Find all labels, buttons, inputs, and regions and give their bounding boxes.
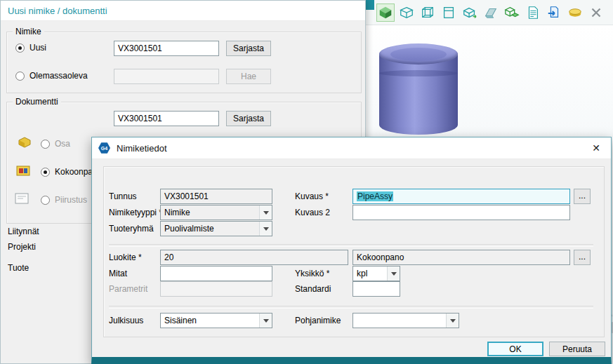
screen: Uusi nimike / dokumentti Nimike Uusi VX3… <box>0 0 613 364</box>
kuvaus-field[interactable]: PipeAssy <box>352 189 570 204</box>
radio-olemassaoleva[interactable]: Olemassaoleva <box>15 71 88 81</box>
radio-osa-label: Osa <box>55 139 70 149</box>
open-box-icon[interactable] <box>398 4 415 21</box>
kuvaus2-label: Kuvaus 2 <box>295 208 330 217</box>
chevron-down-icon[interactable] <box>446 314 459 328</box>
radio-piirustus-circle[interactable] <box>41 196 50 205</box>
yksikko-label: Yksikkö * <box>295 269 329 278</box>
yksikko-value: kpl <box>357 269 367 278</box>
tuote-label: Tuote <box>8 263 29 273</box>
tunnus-label: Tunnus <box>109 191 137 201</box>
cad-toolbar <box>366 0 613 25</box>
nimiketyyppi-value: Nimike <box>164 208 190 217</box>
tunnus-field[interactable]: VX3001501 <box>160 189 272 204</box>
dokumentti-group-label: Dokumentti <box>13 97 61 107</box>
nimiketyyppi-label: Nimiketyyppi * <box>109 208 162 217</box>
document-id-value: VX3001501 <box>118 114 162 123</box>
sarjasta-button-item[interactable]: Sarjasta <box>226 41 271 56</box>
radio-olemassaoleva-label: Olemassaoleva <box>29 71 88 81</box>
nimike-group: Nimike Uusi VX3001501 Sarjasta Olemassao… <box>6 32 362 93</box>
assembly-icon[interactable] <box>503 4 520 21</box>
luokite-code-value: 20 <box>164 252 173 262</box>
luokite-label: Luokite * <box>109 252 142 262</box>
kuvaus-value-selected: PipeAssy <box>357 191 393 201</box>
standardi-label: Standardi <box>295 284 331 294</box>
luokite-description-value: Kokoonpano <box>357 252 404 262</box>
existing-item-id-input <box>114 69 219 84</box>
parametrit-field <box>160 281 272 297</box>
radio-osa-circle[interactable] <box>41 140 50 149</box>
model-body <box>379 53 458 135</box>
pohjanimike-label: Pohjanimike <box>295 316 341 325</box>
folded-sheet-icon[interactable] <box>482 4 499 21</box>
wireframe-cube-icon[interactable] <box>419 4 436 21</box>
document-id-input[interactable]: VX3001501 <box>114 111 219 126</box>
delete-x-icon[interactable] <box>588 4 605 21</box>
sarjasta-button-document[interactable]: Sarjasta <box>226 111 271 126</box>
new-part-icon[interactable] <box>377 4 394 21</box>
chevron-down-icon[interactable] <box>259 205 272 220</box>
yellow-plate-icon[interactable] <box>567 4 584 21</box>
parametrit-label: Parametrit <box>109 284 147 294</box>
mitat-label: Mitat <box>109 269 127 278</box>
pohjanimike-combobox[interactable] <box>352 313 459 328</box>
tuoteryhma-combobox[interactable]: Puolivalmiste <box>160 221 272 236</box>
item-details-title: Nimiketiedot <box>117 143 167 154</box>
julkisuus-label: Julkisuus <box>109 316 143 325</box>
tuoteryhma-label: Tuoteryhmä <box>109 224 154 234</box>
liitynnat-label: Liitynnät <box>8 227 39 236</box>
model-groove <box>379 70 458 76</box>
radio-uusi[interactable]: Uusi <box>15 43 46 53</box>
close-icon[interactable]: ✕ <box>586 142 607 154</box>
hae-button: Hae <box>226 69 271 84</box>
part-icon <box>17 136 32 149</box>
new-item-dialog-titlebar[interactable]: Uusi nimike / dokumentti <box>1 1 365 21</box>
chevron-down-icon[interactable] <box>387 267 400 281</box>
tunnus-value: VX3001501 <box>164 191 209 201</box>
cad-window-edge <box>366 0 374 10</box>
export-document-icon[interactable] <box>546 4 562 21</box>
cancel-button[interactable]: Peruuta <box>549 342 605 356</box>
document-lines-icon[interactable] <box>525 4 541 21</box>
drawing-icon <box>14 192 29 205</box>
luokite-description-field[interactable]: Kokoonpano <box>352 250 570 265</box>
item-details-titlebar[interactable]: G4 Nimiketiedot ✕ <box>92 137 611 159</box>
new-item-id-input[interactable]: VX3001501 <box>114 41 219 56</box>
new-item-id-value: VX3001501 <box>118 43 162 53</box>
radio-kokoonpano-circle[interactable] <box>41 168 50 177</box>
radio-uusi-circle[interactable] <box>15 43 25 53</box>
kuvaus2-field[interactable] <box>352 205 570 220</box>
mitat-field[interactable] <box>160 266 272 281</box>
model-top-inner-face <box>390 48 447 61</box>
julkisuus-value: Sisäinen <box>164 316 197 325</box>
g4-app-icon: G4 <box>98 142 110 154</box>
item-details-dialog: G4 Nimiketiedot ✕ Tunnus VX3001501 Kuvau… <box>91 137 612 364</box>
separator <box>109 244 593 247</box>
radio-osa[interactable]: Osa <box>41 139 70 149</box>
kuvaus-browse-button[interactable]: ... <box>574 189 591 204</box>
chevron-down-icon[interactable] <box>259 222 272 236</box>
luokite-code-field[interactable]: 20 <box>160 250 348 265</box>
radio-olemassaoleva-circle[interactable] <box>15 72 25 81</box>
new-item-dialog-title: Uusi nimike / dokumentti <box>8 6 107 16</box>
yksikko-combobox[interactable]: kpl <box>352 266 400 281</box>
projekti-label: Projekti <box>8 242 36 252</box>
assembly-doc-icon <box>15 164 31 177</box>
3d-model-cylinder[interactable] <box>376 39 461 146</box>
radio-uusi-label: Uusi <box>29 43 46 53</box>
radio-piirustus-label: Piirustus <box>55 195 87 205</box>
standardi-field[interactable] <box>352 281 400 297</box>
chevron-down-icon[interactable] <box>259 314 272 328</box>
julkisuus-combobox[interactable]: Sisäinen <box>160 313 272 328</box>
luokite-browse-button[interactable]: ... <box>574 250 591 265</box>
nimiketyyppi-combobox[interactable]: Nimike <box>160 205 272 220</box>
radio-piirustus[interactable]: Piirustus <box>41 195 87 205</box>
ok-button[interactable]: OK <box>487 342 543 356</box>
tuoteryhma-value: Puolivalmiste <box>164 224 214 234</box>
separator <box>109 306 593 309</box>
box-arrow-icon[interactable] <box>461 4 478 21</box>
sheet-model-icon[interactable] <box>440 4 457 21</box>
nimike-group-label: Nimike <box>13 27 44 36</box>
kuvaus-label: Kuvaus * <box>295 191 329 201</box>
